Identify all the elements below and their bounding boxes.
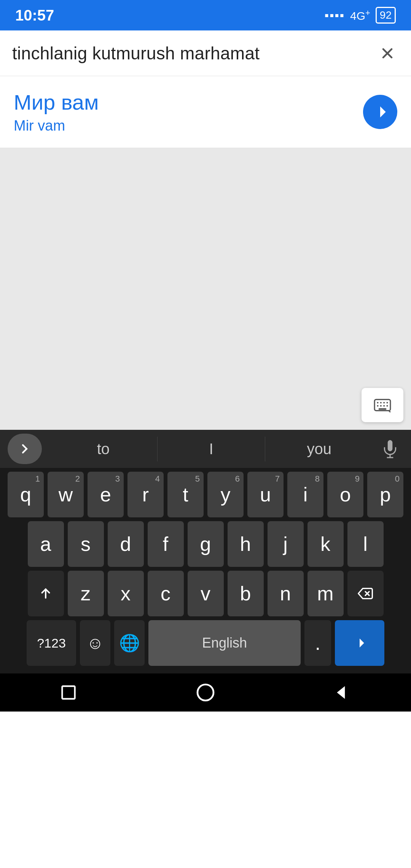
key-r[interactable]: 4r [127, 472, 164, 517]
key-b[interactable]: b [228, 571, 264, 616]
key-t[interactable]: 5t [167, 472, 204, 517]
key-c[interactable]: c [148, 571, 184, 616]
key-f[interactable]: f [148, 521, 184, 567]
suggestions-expand-button[interactable] [8, 434, 42, 464]
key-p[interactable]: 0p [367, 472, 403, 517]
delete-key[interactable] [347, 571, 384, 616]
suggestion-you[interactable]: you [265, 437, 373, 461]
key-k[interactable]: k [307, 521, 344, 567]
enter-key[interactable] [335, 620, 384, 666]
status-icons: ▪▪▪▪ 4G+ 92 [325, 7, 396, 24]
key-l[interactable]: l [347, 521, 384, 567]
translation-romanized: Mir vam [14, 118, 99, 134]
nav-square-button[interactable] [53, 677, 84, 708]
nav-bar [0, 673, 411, 712]
key-s[interactable]: s [68, 521, 104, 567]
translation-navigate-button[interactable] [363, 95, 397, 129]
key-rows: 1q 2w 3e 4r 5t 6y 7u 8i 9o 0p a s d f g … [0, 468, 411, 673]
key-v[interactable]: v [188, 571, 224, 616]
key-z[interactable]: z [68, 571, 104, 616]
svg-marker-19 [337, 686, 345, 699]
search-input[interactable]: tinchlanig kutmurush marhamat [12, 43, 376, 64]
keyboard-toggle-button[interactable] [362, 388, 403, 422]
globe-key[interactable]: 🌐 [114, 620, 145, 666]
mic-button[interactable] [377, 439, 403, 458]
key-e[interactable]: 3e [88, 472, 124, 517]
keyboard: to I you 1q 2w 3e 4r 5t 6y 7u 8i 9o 0p a… [0, 430, 411, 673]
translation-text: Мир вам Mir vam [14, 90, 99, 134]
key-g[interactable]: g [188, 521, 224, 567]
space-key[interactable]: English [148, 620, 301, 666]
key-row-3: z x c v b n m [3, 571, 408, 616]
key-n[interactable]: n [268, 571, 304, 616]
key-m[interactable]: m [307, 571, 344, 616]
suggestion-to[interactable]: to [49, 437, 157, 461]
key-w[interactable]: 2w [48, 472, 84, 517]
key-row-1: 1q 2w 3e 4r 5t 6y 7u 8i 9o 0p [3, 472, 408, 517]
key-i[interactable]: 8i [287, 472, 323, 517]
battery-icon: 92 [376, 7, 396, 24]
translation-main-text: Мир вам [14, 90, 99, 115]
svg-point-18 [198, 685, 213, 700]
nav-home-button[interactable] [190, 677, 221, 708]
status-bar: 10:57 ▪▪▪▪ 4G+ 92 [0, 0, 411, 30]
key-row-2: a s d f g h j k l [3, 521, 408, 567]
search-bar: tinchlanig kutmurush marhamat [0, 30, 411, 76]
key-y[interactable]: 6y [207, 472, 244, 517]
keyboard-icon [371, 396, 394, 415]
network-icon: 4G+ [350, 8, 370, 22]
key-j[interactable]: j [268, 521, 304, 567]
shift-key[interactable] [28, 571, 64, 616]
key-row-4: ?123 ☺ 🌐 English . [3, 620, 408, 666]
status-time: 10:57 [15, 7, 54, 24]
key-u[interactable]: 7u [247, 472, 284, 517]
suggestion-i[interactable]: I [157, 437, 265, 461]
content-area [0, 148, 411, 430]
emoji-key[interactable]: ☺ [80, 620, 110, 666]
num-symbol-key[interactable]: ?123 [27, 620, 76, 666]
close-button[interactable] [376, 42, 399, 65]
translation-result: Мир вам Mir vam [0, 76, 411, 148]
nav-back-button[interactable] [327, 677, 358, 708]
key-o[interactable]: 9o [327, 472, 363, 517]
signal-icon: ▪▪▪▪ [325, 8, 345, 22]
key-x[interactable]: x [108, 571, 144, 616]
key-a[interactable]: a [28, 521, 64, 567]
svg-rect-17 [62, 686, 75, 699]
suggestions-row: to I you [0, 430, 411, 468]
key-d[interactable]: d [108, 521, 144, 567]
key-q[interactable]: 1q [8, 472, 44, 517]
key-h[interactable]: h [228, 521, 264, 567]
period-key[interactable]: . [304, 620, 331, 666]
